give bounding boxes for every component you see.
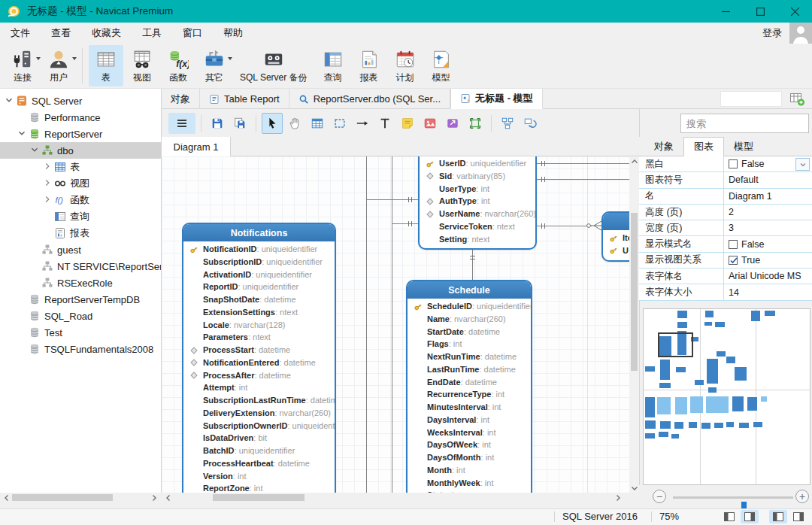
er-field-row[interactable]: Flags: int — [408, 338, 531, 351]
diagram-canvas[interactable]: UserID: uniqueidentifierSid: varbinary(8… — [162, 156, 639, 493]
property-value[interactable]: Default — [724, 174, 812, 185]
er-field-row[interactable]: ReportID: uniqueidentifier — [183, 281, 335, 293]
er-field-row[interactable]: EndDate: datetime — [408, 376, 531, 389]
er-field-row[interactable]: SubscriptionID: uniqueidentifier — [183, 256, 335, 269]
login-button[interactable]: 登录 — [762, 26, 782, 40]
er-field-row[interactable]: Parameters: ntext — [183, 331, 335, 344]
backup-toolbar-button[interactable]: SQL Server 备份 — [233, 45, 314, 86]
er-field-row[interactable]: IsDataDriven: bit — [183, 432, 335, 445]
sidebar-item-rsexecrole[interactable]: RSExecRole — [0, 275, 161, 291]
horizontal-scroll-thumb[interactable] — [213, 494, 304, 501]
menu-item-3[interactable]: 工具 — [132, 23, 172, 44]
menu-item-5[interactable]: 帮助 — [213, 23, 253, 44]
user-toolbar-button[interactable]: 用户 — [41, 45, 76, 86]
er-field-row[interactable]: Version: int — [183, 470, 335, 483]
scroll-left-arrow[interactable] — [163, 493, 173, 502]
model-toolbar-button[interactable]: 模型 — [424, 45, 459, 86]
er-field-row[interactable]: Locale: nvarchar(128) — [183, 319, 335, 332]
er-field-row[interactable]: NotificationID: uniqueidentifier — [183, 243, 335, 256]
er-field-row[interactable]: ProcessHeartbeat: datetime — [183, 457, 335, 470]
er-field-row[interactable]: ScheduleID: uniqueidentifier — [408, 300, 531, 313]
sidebar-item-reportservertempdb[interactable]: ReportServerTempDB — [0, 291, 161, 308]
canvas-horizontal-scrollbar[interactable] — [162, 493, 629, 502]
new-tab-button[interactable] — [786, 91, 807, 107]
er-field-row[interactable]: UserID: uniqueidentifier — [420, 157, 535, 170]
er-field-row[interactable]: SubscriptionLastRunTime: datetime — [183, 394, 335, 407]
chevron-right-icon[interactable] — [43, 162, 53, 172]
relation-line[interactable] — [392, 156, 392, 493]
relation-line[interactable] — [392, 223, 418, 224]
sidebar-item-guest[interactable]: guest — [0, 241, 161, 258]
zoom-slider-track[interactable] — [673, 496, 793, 499]
er-field-row[interactable]: DaysOfWeek: int — [408, 439, 531, 451]
er-field-row[interactable]: Attempt: int — [183, 381, 335, 394]
others-toolbar-button[interactable]: 其它 — [197, 45, 232, 86]
auto-arrange-tool-button[interactable] — [497, 113, 518, 134]
panel-right-toggle-button[interactable] — [789, 510, 807, 523]
menu-item-1[interactable]: 查看 — [41, 23, 81, 44]
scroll-right-arrow[interactable] — [613, 493, 623, 502]
property-value[interactable]: 14 — [724, 287, 812, 298]
er-field-row[interactable]: Setting: ntext — [420, 233, 535, 246]
relation-tool-button[interactable] — [352, 113, 373, 134]
dropdown-button[interactable] — [795, 159, 810, 169]
er-users-table[interactable]: UserID: uniqueidentifierSid: varbinary(8… — [418, 156, 537, 250]
chevron-down-icon[interactable] — [17, 129, 28, 139]
search-box[interactable] — [680, 114, 809, 133]
er-field-row[interactable]: ReportZone: int — [183, 482, 335, 493]
panel-left-toggle-button[interactable] — [720, 510, 738, 523]
checkbox-unchecked-icon[interactable] — [729, 240, 738, 249]
sidebar-item-查询[interactable]: 查询 — [0, 208, 161, 225]
avatar[interactable] — [789, 23, 812, 44]
table-toolbar-button[interactable]: 表 — [89, 45, 123, 86]
sidebar-item-报表[interactable]: 报表 — [0, 225, 161, 241]
schedule-toolbar-button[interactable]: 计划 — [388, 45, 423, 86]
sidebar-item-tsqlfundamentals2008[interactable]: TSQLFundamentals2008 — [0, 341, 161, 357]
er-field-row[interactable]: SnapShotDate: datetime — [183, 293, 335, 306]
property-value[interactable]: False — [724, 239, 812, 250]
er-field-row[interactable]: StartDate: datetime — [408, 326, 531, 338]
connection-toolbar-button[interactable]: 连接 — [5, 45, 40, 86]
maximize-button[interactable] — [743, 0, 777, 23]
zoom-out-button[interactable]: − — [653, 490, 666, 503]
diagram-tab[interactable]: Diagram 1 — [162, 137, 231, 156]
sidebar-item-函数[interactable]: f()函数 — [0, 192, 161, 208]
text-tool-button[interactable] — [374, 113, 395, 134]
panel-left-toggle-button[interactable] — [769, 510, 787, 523]
scroll-up-arrow[interactable] — [629, 156, 639, 166]
er-notifications-table[interactable]: NotificationsNotificationID: uniqueident… — [182, 223, 336, 493]
menu-item-4[interactable]: 窗口 — [172, 23, 213, 44]
document-tab-1[interactable]: Table Report — [200, 89, 289, 109]
property-value[interactable]: Arial Unicode MS — [724, 271, 812, 281]
checkbox-checked-icon[interactable] — [729, 256, 738, 265]
canvas-vertical-scrollbar[interactable] — [629, 156, 639, 493]
er-field-row[interactable]: ServiceToken: ntext — [420, 220, 535, 233]
er-field-row[interactable]: LastRunTime: datetime — [408, 363, 531, 376]
er-field-row[interactable]: ExtensionSettings: ntext — [183, 306, 335, 319]
image-tool-button[interactable] — [420, 113, 441, 134]
sidebar-item-表[interactable]: 表 — [0, 159, 161, 175]
chevron-down-icon[interactable] — [228, 57, 232, 60]
chevron-down-icon[interactable] — [36, 57, 41, 60]
property-value[interactable]: True — [724, 255, 812, 266]
er-field-row[interactable]: WeeksInterval: int — [408, 426, 531, 439]
er-field-row[interactable]: Month: int — [408, 464, 531, 477]
sidebar-item-sql-road[interactable]: SQL_Road — [0, 308, 161, 324]
chevron-down-icon[interactable] — [72, 57, 77, 60]
relation-line[interactable] — [366, 156, 367, 493]
er-field-row[interactable]: DeliveryExtension: nvarchar(260) — [183, 407, 335, 420]
relation-line[interactable] — [472, 250, 473, 280]
er-field-row[interactable]: Sid: varbinary(85) — [420, 170, 535, 183]
properties-tab-0[interactable]: 对象 — [644, 137, 683, 156]
sidebar-item-sql-server[interactable]: SQL Server — [0, 93, 161, 109]
new-table-tool-button[interactable] — [307, 113, 328, 134]
diagram-minimap[interactable] — [643, 308, 810, 485]
sidebar-horizontal-scrollbar[interactable] — [0, 493, 162, 502]
er-field-row[interactable]: DaysInterval: int — [408, 414, 531, 426]
property-value[interactable]: Diagram 1 — [724, 191, 812, 202]
er-field-row[interactable]: ActivationID: uniqueidentifier — [183, 269, 335, 281]
checkbox-unchecked-icon[interactable] — [729, 159, 738, 168]
chevron-down-icon[interactable] — [5, 96, 15, 106]
er-field-row[interactable]: NotificationEntered: datetime — [183, 357, 335, 369]
scroll-right-arrow[interactable] — [149, 493, 159, 502]
